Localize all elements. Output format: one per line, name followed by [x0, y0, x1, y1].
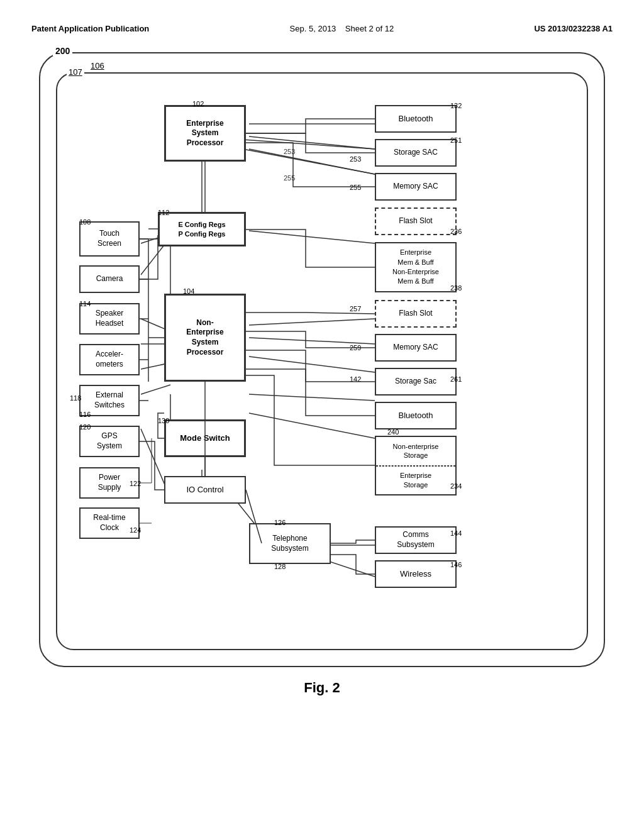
- box-memory-sac1: Memory SAC: [375, 173, 457, 201]
- box-flash2: Flash Slot: [375, 300, 457, 328]
- box-storage-combo: Non-enterpriseStorage EnterpriseStorage: [375, 436, 457, 495]
- ref-116: 116: [79, 411, 91, 418]
- ref-128: 128: [274, 563, 286, 570]
- label-200: 200: [53, 46, 72, 56]
- box-bluetooth1: Bluetooth: [375, 105, 457, 133]
- diagram-area: TouchScreen 108 Camera SpeakerHeadset 11…: [67, 86, 577, 639]
- ref-104: 104: [183, 287, 194, 295]
- ref-102: 102: [192, 100, 204, 108]
- box-bluetooth2: Bluetooth: [375, 402, 457, 429]
- svg-line-4: [243, 140, 375, 149]
- ref-234: 234: [450, 482, 462, 490]
- box-mode: Mode Switch: [164, 419, 246, 457]
- header-center: Sep. 5, 2013 Sheet 2 of 12: [290, 24, 394, 33]
- ref-142-area: 142: [350, 375, 361, 383]
- box-storage-sac1: Storage SAC: [375, 139, 457, 167]
- ref-118: 118: [70, 394, 81, 402]
- ref-130: 130: [158, 417, 169, 424]
- box-clock: Real-timeClock: [79, 507, 140, 539]
- ref-112: 112: [158, 209, 169, 216]
- box-camera: Camera: [79, 265, 140, 293]
- svg-line-15: [249, 338, 375, 344]
- box-io: IO Control: [164, 476, 246, 504]
- box-touch-screen: TouchScreen: [79, 221, 140, 257]
- ref-144: 144: [450, 529, 462, 537]
- box-comms: CommsSubsystem: [375, 526, 457, 554]
- header-left: Patent Application Publication: [31, 24, 149, 33]
- ref-240: 240: [387, 428, 399, 436]
- ref-108: 108: [79, 218, 91, 226]
- ref-114: 114: [79, 300, 91, 307]
- box-storage-sac2: Storage Sac: [375, 368, 457, 396]
- page: Patent Application Publication Sep. 5, 2…: [0, 0, 644, 830]
- ref-122: 122: [130, 480, 141, 487]
- svg-line-22: [249, 394, 375, 401]
- ref-238: 238: [450, 284, 462, 292]
- outer-box: 107: [56, 72, 588, 650]
- svg-line-9: [249, 231, 375, 243]
- box-accel: Acceler-ometers: [79, 344, 140, 375]
- ref-257: 257: [350, 305, 361, 313]
- box-telephone: TelephoneSubsystem: [249, 523, 331, 564]
- box-speaker: SpeakerHeadset: [79, 303, 140, 335]
- ref-253: 253: [350, 155, 361, 163]
- page-header: Patent Application Publication Sep. 5, 2…: [13, 13, 631, 40]
- svg-line-14: [249, 319, 375, 325]
- ref-261: 261: [450, 375, 462, 383]
- ref-255: 255: [350, 184, 361, 191]
- ref-251: 251: [450, 136, 462, 144]
- svg-line-16: [249, 357, 375, 372]
- box-ent-mem: EnterpriseMem & BuffNon-EnterpriseMem & …: [375, 242, 457, 292]
- header-right: US 2013/0232238 A1: [534, 24, 613, 33]
- ref-120: 120: [79, 423, 91, 431]
- ref-132: 132: [450, 102, 462, 109]
- svg-text:255: 255: [284, 174, 295, 182]
- label-106: 106: [91, 61, 104, 70]
- box-flash1: Flash Slot: [375, 208, 457, 235]
- svg-line-1: [249, 136, 375, 149]
- ref-259: 259: [350, 344, 361, 351]
- box-ecfg: E Config RegsP Config Regs: [158, 212, 246, 246]
- box-esp: EnterpriseSystemProcessor: [164, 105, 246, 162]
- ref-124: 124: [130, 526, 141, 534]
- main-diagram-container: 200 106 107: [39, 52, 605, 667]
- box-wireless: Wireless: [375, 560, 457, 588]
- svg-line-23: [249, 413, 375, 438]
- box-memory-sac2: Memory SAC: [375, 334, 457, 362]
- ref-236: 236: [450, 228, 462, 235]
- label-107: 107: [67, 67, 84, 77]
- box-nsp: Non-EnterpriseSystemProcessor: [164, 294, 246, 382]
- svg-line-13: [141, 385, 170, 394]
- figure-caption: Fig. 2: [13, 680, 631, 696]
- svg-text:253: 253: [284, 148, 295, 155]
- ref-146: 146: [450, 561, 462, 568]
- ref-126: 126: [274, 519, 286, 526]
